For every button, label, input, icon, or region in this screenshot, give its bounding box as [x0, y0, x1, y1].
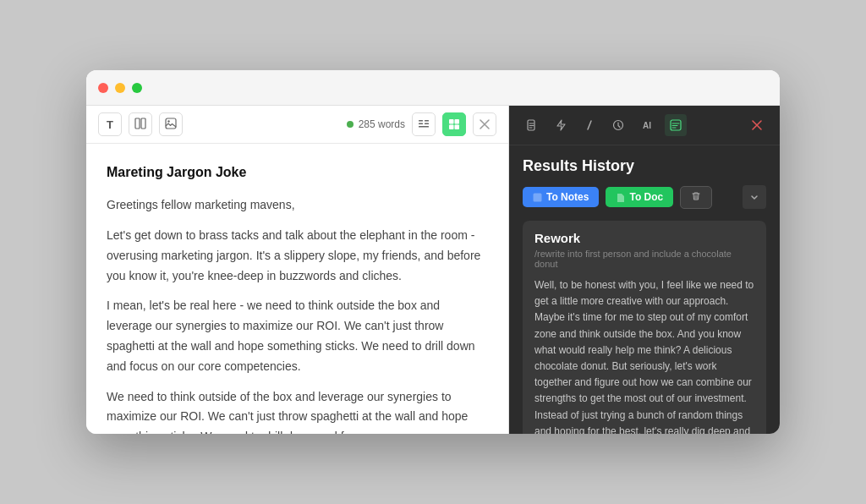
- paragraph-2: Let's get down to brass tacks and talk a…: [107, 226, 488, 286]
- panel-slash-icon[interactable]: [578, 114, 600, 136]
- doc-btn-label: To Doc: [629, 191, 663, 203]
- bars-button[interactable]: [412, 112, 436, 136]
- panel-actions: To Notes To Doc: [523, 185, 766, 209]
- close-traffic-light[interactable]: [98, 83, 108, 93]
- text-format-button[interactable]: T: [98, 112, 122, 136]
- svg-rect-0: [135, 118, 140, 129]
- svg-rect-4: [419, 120, 423, 122]
- editor-toolbar: T: [86, 106, 508, 144]
- svg-point-3: [167, 120, 169, 122]
- grid-active-button[interactable]: [442, 112, 466, 136]
- to-doc-button[interactable]: To Doc: [606, 187, 673, 207]
- image-icon: [165, 118, 177, 132]
- panel-doc-icon[interactable]: [521, 114, 543, 136]
- svg-rect-6: [425, 120, 429, 122]
- doc-btn-icon: [616, 193, 625, 202]
- results-panel: AI Results History: [509, 106, 780, 434]
- panel-star-icon[interactable]: [665, 114, 687, 136]
- panel-content: Results History To Notes To: [509, 145, 780, 434]
- svg-rect-9: [449, 119, 454, 124]
- paragraph-1: Greetings fellow marketing mavens,: [107, 195, 488, 216]
- panel-close-button[interactable]: [746, 114, 768, 136]
- text-icon: T: [107, 118, 113, 131]
- columns-button[interactable]: [129, 112, 152, 136]
- window-body: T: [86, 106, 780, 434]
- svg-rect-1: [141, 118, 145, 129]
- svg-rect-5: [419, 123, 423, 125]
- desktop: T: [0, 0, 866, 504]
- word-count-display: 285 words: [359, 118, 405, 130]
- svg-rect-16: [534, 193, 542, 201]
- panel-toolbar: AI: [509, 106, 780, 145]
- document-title: Mareting Jargon Joke: [107, 161, 488, 184]
- status-dot: [347, 121, 354, 128]
- delete-icon: [691, 191, 701, 204]
- svg-rect-11: [449, 125, 454, 130]
- panel-bolt-icon[interactable]: [550, 114, 572, 136]
- delete-button[interactable]: [680, 186, 712, 209]
- word-count-label: words: [375, 118, 405, 130]
- word-count-number: 285: [359, 118, 375, 130]
- panel-ai-icon[interactable]: AI: [636, 114, 658, 136]
- notes-icon: [533, 193, 542, 202]
- svg-rect-7: [425, 123, 429, 125]
- svg-rect-12: [455, 125, 460, 130]
- word-count-container: 285 words: [347, 118, 405, 130]
- result-text: Well, to be honest with you, I feel like…: [534, 277, 754, 434]
- to-notes-button[interactable]: To Notes: [523, 187, 599, 207]
- minimize-traffic-light[interactable]: [115, 83, 125, 93]
- result-block: Rework /rewrite into first person and in…: [523, 221, 766, 434]
- toolbar-close-button[interactable]: [473, 112, 496, 136]
- maximize-traffic-light[interactable]: [132, 83, 142, 93]
- result-heading: Rework: [534, 231, 754, 245]
- panel-clock-icon[interactable]: [607, 114, 629, 136]
- svg-rect-8: [419, 126, 429, 128]
- panel-title: Results History: [523, 157, 766, 175]
- editor-content: Mareting Jargon Joke Greetings fellow ma…: [86, 144, 508, 434]
- notes-btn-label: To Notes: [546, 191, 589, 203]
- image-button[interactable]: [159, 112, 183, 136]
- paragraph-4: We need to think outside of the box and …: [107, 387, 488, 434]
- title-bar: [86, 70, 780, 106]
- columns-icon: [134, 118, 146, 132]
- svg-rect-10: [455, 119, 460, 124]
- svg-rect-2: [166, 118, 176, 129]
- editor-pane: T: [86, 106, 509, 434]
- expand-button[interactable]: [743, 185, 766, 209]
- result-subheading: /rewrite into first person and include a…: [534, 249, 754, 269]
- app-window: T: [86, 70, 780, 434]
- paragraph-3: I mean, let's be real here - we need to …: [107, 296, 488, 376]
